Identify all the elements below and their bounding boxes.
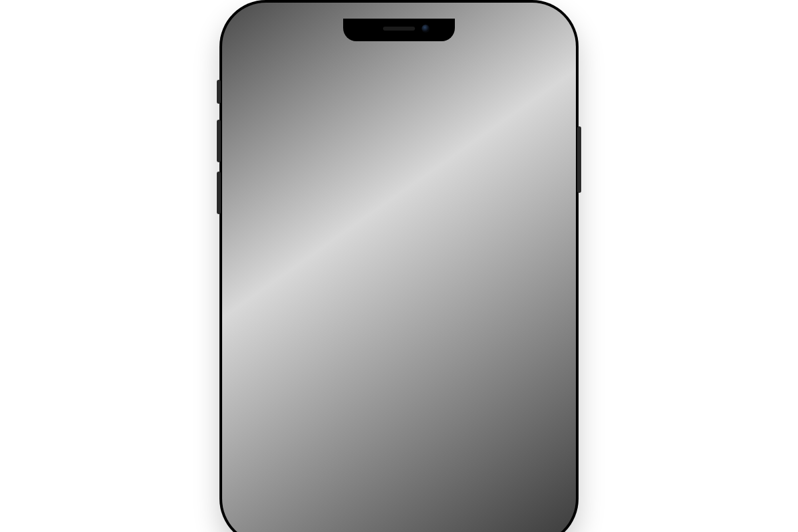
alert-title: New Tone (300, 315, 498, 330)
tab-related[interactable]: Related (448, 207, 547, 229)
assign-to-contact-button[interactable]: Assign to a Contact (289, 426, 509, 462)
iphone-frame: 9:41 ‹ Ringtones (219, 0, 579, 532)
mute-switch (217, 80, 221, 104)
buy-button[interactable]: $1.29 (512, 268, 549, 285)
screen: 9:41 ‹ Ringtones (238, 19, 560, 527)
modal-dim (238, 19, 560, 527)
chevron-left-icon: ‹ (247, 58, 253, 76)
album-banner: MAINSTREAMSELLOUT (253, 98, 315, 104)
front-camera (422, 25, 430, 33)
album-art[interactable]: MAINSTREAMSELLOUT (249, 94, 348, 194)
set-default-texttone-button[interactable]: Set as Default Text Tone (289, 389, 509, 426)
nav-bar: ‹ Ringtones (238, 52, 560, 84)
tab-reviews[interactable]: Reviews (350, 207, 449, 229)
svg-line-5 (303, 148, 312, 180)
chevron-right-icon: › (451, 111, 455, 123)
set-default-ringtone-button[interactable]: Set as Default Ringtone (289, 352, 509, 389)
released-label: Released Apr 1, 2022 (359, 184, 455, 194)
th-name: NAME (274, 245, 519, 253)
table-header: NAME PRICE (238, 238, 560, 260)
row-name: twin flame (267, 270, 512, 283)
item-title: twin flame (359, 94, 455, 110)
genre-label: Alternative (359, 174, 455, 184)
tab-songs[interactable]: Songs (251, 207, 350, 229)
battery-icon (523, 31, 541, 40)
row-index: 1 (249, 271, 267, 283)
volume-up-button (217, 120, 221, 162)
artist-name: Machine Gun Kelly (359, 111, 448, 123)
nav-divider (238, 84, 560, 84)
svg-point-1 (296, 117, 304, 125)
status-time: 9:41 (261, 29, 285, 42)
artist-link[interactable]: Machine Gun Kelly › (359, 111, 455, 123)
svg-line-3 (305, 128, 316, 138)
svg-line-2 (287, 128, 295, 142)
wifi-icon (507, 31, 519, 40)
share-button[interactable] (535, 59, 551, 77)
new-tone-alert: New Tone “twin flame” Set as Default Rin… (289, 305, 509, 498)
svg-rect-0 (537, 65, 548, 75)
segmented-control: Songs Reviews Related (249, 205, 549, 231)
alert-subtitle: “twin flame” (300, 331, 498, 342)
volume-down-button (217, 172, 221, 214)
th-price: PRICE (519, 245, 545, 253)
earpiece (383, 27, 415, 31)
back-button[interactable]: ‹ Ringtones (247, 59, 312, 77)
cellular-icon (491, 31, 503, 40)
svg-line-4 (291, 148, 297, 180)
power-button (577, 126, 581, 193)
table-row[interactable]: 1 twin flame $1.29 (238, 260, 560, 293)
copyright-label: © 2022 (238, 293, 560, 317)
back-label: Ringtones (255, 61, 312, 75)
item-header: MAINSTREAMSELLOUT (238, 84, 560, 201)
notch (343, 19, 455, 41)
done-button[interactable]: Done (289, 462, 509, 498)
